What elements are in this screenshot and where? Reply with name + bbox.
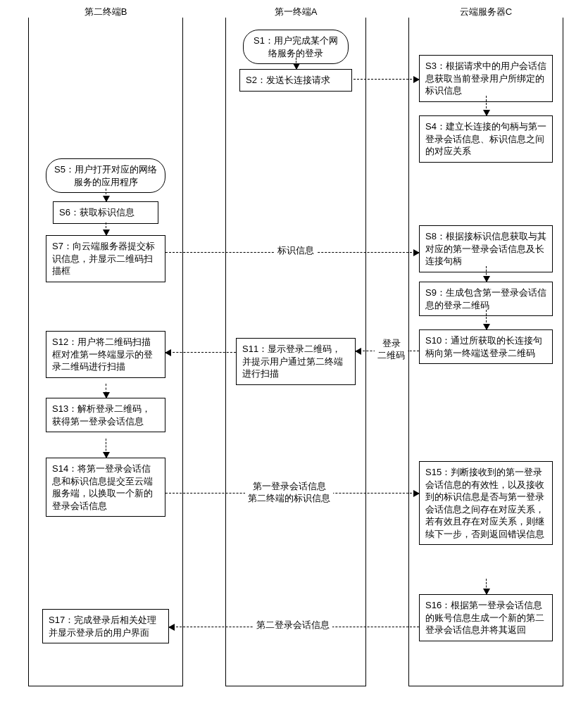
conn-s9-s10 bbox=[486, 310, 487, 329]
node-s3: S3：根据请求中的用户会话信息获取当前登录用户所绑定的标识信息 bbox=[419, 55, 553, 102]
node-s13: S13：解析登录二维码，获得第一登录会话信息 bbox=[46, 398, 165, 432]
conn-s1-s2 bbox=[296, 58, 296, 69]
node-s17: S17：完成登录后相关处理并显示登录后的用户界面 bbox=[42, 609, 169, 643]
lane-b-title: 第二终端B bbox=[29, 6, 182, 18]
node-s6: S6：获取标识信息 bbox=[53, 201, 158, 224]
label-id-info: 标识信息 bbox=[275, 245, 317, 257]
arrow-s11-s12 bbox=[165, 352, 236, 353]
node-s7: S7：向云端服务器提交标识信息，并显示二维码扫描框 bbox=[46, 235, 165, 282]
conn-s13-s14 bbox=[106, 439, 106, 458]
arrow-s2-s3 bbox=[354, 79, 419, 80]
lane-a-title: 第一终端A bbox=[226, 6, 365, 18]
node-s14: S14：将第一登录会话信息和标识信息提交至云端服务端，以换取一个新的登录会话信息 bbox=[46, 458, 165, 517]
node-s16: S16：根据第一登录会话信息的账号信息生成一个新的第二登录会话信息并将其返回 bbox=[419, 594, 553, 641]
conn-s6-s7 bbox=[106, 222, 106, 235]
conn-s5-s6 bbox=[106, 189, 106, 201]
node-s8: S8：根据接标识信息获取与其对应的第一登录会话信息及长连接句柄 bbox=[419, 225, 553, 272]
label-second-session: 第二登录会话信息 bbox=[254, 620, 332, 631]
node-s15: S15：判断接收到的第一登录会话信息的有效性，以及接收到的标识信息是否与第一登录… bbox=[419, 461, 553, 545]
node-s10: S10：通过所获取的长连接句柄向第一终端送登录二维码 bbox=[419, 329, 553, 364]
node-s11: S11：显示登录二维码，并提示用户通过第二终端进行扫描 bbox=[236, 338, 356, 385]
node-s4: S4：建立长连接的句柄与第一登录会话信息、标识信息之间的对应关系 bbox=[419, 115, 553, 163]
conn-s8-s9 bbox=[486, 266, 487, 282]
node-s5: S5：用户打开对应的网络服务的应用程序 bbox=[46, 158, 165, 193]
lane-c-title: 云端服务器C bbox=[409, 6, 563, 18]
conn-s15-s16 bbox=[486, 579, 487, 594]
label-first-session: 第一登录会话信息 第二终端的标识信息 bbox=[245, 481, 333, 505]
node-s2: S2：发送长连接请求 bbox=[239, 69, 352, 92]
node-s12: S12：用户将二维码扫描框对准第一终端显示的登录二维码进行扫描 bbox=[46, 331, 165, 378]
label-login-qr: 登录 二维码 bbox=[375, 338, 408, 362]
conn-s12-s13 bbox=[106, 384, 106, 398]
conn-s3-s4 bbox=[486, 96, 487, 115]
